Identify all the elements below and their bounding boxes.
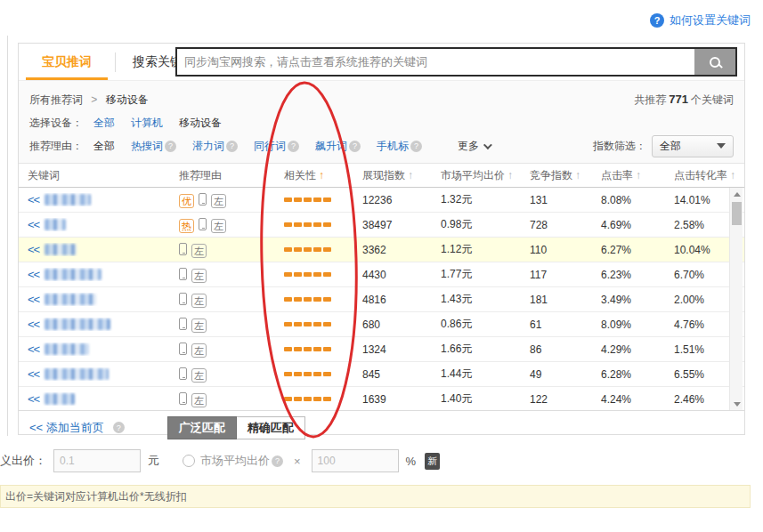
relevance-rating [284, 197, 362, 202]
add-keyword-chevrons[interactable]: << [28, 293, 39, 306]
table-row[interactable]: <<左8451.44元496.28%6.55% [19, 362, 744, 387]
add-keyword-chevrons[interactable]: << [28, 193, 39, 206]
relevance-bar [294, 347, 302, 351]
table-row[interactable]: <<热左384970.98元7284.69%2.58% [19, 213, 744, 238]
ctr-cell: 6.23% [601, 269, 674, 281]
table-row[interactable]: <<左6800.86元618.09%4.76% [19, 312, 744, 337]
add-current-page-link[interactable]: << 添加当前页 [29, 420, 104, 436]
breadcrumb-root[interactable]: 所有推荐词 [29, 93, 83, 106]
help-icon[interactable]: ? [288, 141, 299, 152]
add-keyword-chevrons[interactable]: << [28, 268, 39, 281]
table-row[interactable]: <<左48161.43元1813.49%2.00% [19, 287, 744, 312]
help-icon[interactable]: ? [226, 141, 238, 152]
keyword-cell[interactable]: << [28, 268, 179, 281]
search-button[interactable] [694, 49, 735, 75]
market-price-help-icon[interactable]: ? [272, 455, 283, 467]
keyword-cell[interactable]: << [28, 392, 179, 406]
table-row[interactable]: <<优左122361.32元1318.08%14.01% [19, 188, 744, 213]
keyword-cell[interactable]: << [28, 343, 179, 356]
keyword-cell[interactable]: << [28, 193, 179, 206]
market-price-label: 市场平均出价 [200, 453, 270, 469]
relevance-bar [323, 322, 331, 326]
tab-item-recommend[interactable]: 宝贝推词 [19, 44, 115, 80]
more-filters-button[interactable]: 更多 [458, 139, 490, 154]
relevance-bar [313, 347, 321, 351]
sort-arrow-icon[interactable]: ↑ [319, 169, 324, 181]
device-option-全部[interactable]: 全部 [93, 116, 115, 131]
reason-option-手机标[interactable]: 手机标? [377, 139, 422, 154]
exact-match-button[interactable]: 精确匹配 [237, 416, 305, 439]
scrollbar-up-button[interactable] [730, 188, 743, 200]
table-row[interactable]: <<左44301.77元1176.23%6.70% [19, 262, 744, 287]
column-header[interactable]: 市场平均出价↑ [441, 168, 530, 183]
index-filter-dropdown[interactable]: 全部 [652, 135, 734, 157]
keyword-search-input[interactable] [177, 49, 694, 75]
relevance-bar [323, 297, 331, 302]
sort-arrow-icon[interactable]: ↑ [730, 169, 735, 181]
custom-bid-input[interactable] [53, 449, 141, 472]
mobile-phone-icon [179, 318, 187, 330]
keyword-cell[interactable]: << [28, 367, 179, 381]
scrollbar-down-button[interactable] [730, 398, 743, 410]
device-option-移动设备[interactable]: 移动设备 [179, 116, 222, 131]
keyword-cell[interactable]: << [28, 318, 179, 331]
competition-cell: 122 [530, 393, 601, 406]
sort-arrow-icon[interactable]: ↑ [507, 169, 513, 181]
impressions-cell: 1639 [362, 393, 441, 406]
keyword-cell[interactable]: << [28, 218, 179, 231]
table-row[interactable]: <<左33621.12元1106.27%10.04% [19, 238, 744, 262]
add-keyword-chevrons[interactable]: << [28, 318, 39, 331]
table-row[interactable]: <<左13241.66元864.29%1.51% [19, 337, 744, 362]
market-price-percent-input[interactable] [312, 449, 399, 472]
help-icon[interactable]: ? [165, 141, 176, 152]
reason-option-全部[interactable]: 全部 [93, 139, 115, 154]
competition-cell: 181 [530, 294, 601, 306]
add-keyword-chevrons[interactable]: << [28, 392, 39, 406]
market-price-radio[interactable] [183, 455, 195, 467]
filter-zone: 所有推荐词 > 移动设备 共推荐771个关键词 选择设备： 全部计算机移动设备 … [19, 80, 744, 164]
keyword-cell[interactable]: << [28, 243, 179, 256]
column-header[interactable]: 竞争指数↑ [530, 168, 601, 183]
column-header[interactable]: 点击率↑ [601, 168, 674, 183]
broad-match-button[interactable]: 广泛匹配 [167, 416, 237, 439]
redacted-keyword [45, 244, 77, 255]
add-keyword-chevrons[interactable]: << [28, 218, 39, 231]
reason-option-同行词[interactable]: 同行词? [254, 139, 299, 154]
device-option-计算机[interactable]: 计算机 [131, 116, 163, 131]
redacted-keyword [45, 269, 101, 280]
relevance-bar [313, 372, 321, 376]
ctr-cell: 8.09% [601, 318, 674, 331]
add-keyword-chevrons[interactable]: << [28, 243, 39, 256]
percent-sign: % [406, 455, 417, 468]
redacted-keyword [45, 318, 110, 330]
column-header[interactable]: 相关性↑ [284, 168, 362, 183]
column-header[interactable]: 点击转化率↑ [674, 168, 744, 183]
relevance-bar [323, 247, 331, 252]
badge-left: 左 [191, 368, 207, 383]
sort-arrow-icon[interactable]: ↑ [636, 169, 641, 181]
relevance-bar [284, 372, 292, 376]
avg-price-cell: 0.86元 [441, 317, 530, 332]
add-keyword-chevrons[interactable]: << [28, 367, 39, 381]
table-row[interactable]: <<左16391.40元1224.24%2.46% [19, 387, 744, 410]
reason-option-热搜词[interactable]: 热搜词? [131, 139, 176, 154]
add-keyword-chevrons[interactable]: << [28, 343, 39, 356]
relevance-rating [284, 397, 362, 401]
keyword-cell[interactable]: << [28, 293, 179, 306]
reason-option-飙升词[interactable]: 飙升词? [315, 139, 361, 154]
sort-arrow-icon[interactable]: ↑ [408, 169, 413, 181]
table-scrollbar[interactable] [729, 188, 743, 410]
help-link-row[interactable]: ? 如何设置关键词 [650, 12, 751, 28]
column-header[interactable]: 展现指数↑ [362, 168, 441, 183]
relevance-bar [304, 322, 312, 326]
badge-left: 左 [191, 393, 207, 407]
badge-left: 左 [211, 194, 226, 208]
sort-arrow-icon[interactable]: ↑ [575, 169, 580, 181]
add-page-help-icon[interactable]: ? [113, 422, 125, 433]
how-to-set-keywords-link[interactable]: 如何设置关键词 [670, 12, 751, 28]
scrollbar-thumb[interactable] [732, 202, 742, 225]
help-icon[interactable]: ? [410, 141, 422, 152]
reason-option-潜力词[interactable]: 潜力词? [192, 139, 238, 154]
help-icon[interactable]: ? [349, 141, 361, 152]
ctr-cell: 3.49% [601, 294, 674, 306]
